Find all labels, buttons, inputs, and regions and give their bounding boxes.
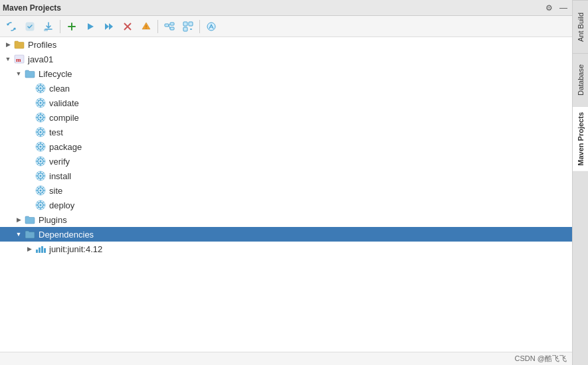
deploy-label: deploy [49,200,74,210]
goal-icon-test [35,126,47,138]
goal-icon-validate [35,97,47,109]
hide-panel-btn[interactable]: — [557,2,569,14]
svg-rect-17 [183,27,187,31]
tab-database[interactable]: Database [573,53,588,106]
validate-label: validate [49,98,79,108]
tree-item-compile[interactable]: ▶ compile [0,110,572,125]
goal-icon-clean [35,82,47,94]
tree-item-install[interactable]: ▶ install [0,169,572,183]
svg-rect-16 [189,22,193,26]
add-btn[interactable] [63,18,80,35]
svg-rect-14 [170,27,174,30]
dependencies-label: Dependencies [39,230,94,240]
goal-icon-site [35,184,47,196]
project-tree[interactable]: ▶ Profiles ▼ m java01 ▼ [0,37,572,352]
svg-rect-12 [165,24,169,27]
java01-label: java01 [28,54,53,64]
svg-rect-125 [44,248,46,253]
svg-marker-6 [109,23,113,30]
watermark: CSDN @酷飞飞 [515,354,567,364]
tree-item-verify[interactable]: ▶ verify [0,154,572,169]
svg-point-113 [40,204,42,206]
expander-java01[interactable]: ▼ [3,52,13,66]
svg-rect-1 [44,29,48,31]
goal-icon-package [35,141,47,153]
show-deps-btn[interactable] [161,18,178,35]
dependency-icon-junit [35,243,47,255]
svg-rect-122 [36,250,38,253]
goal-icon-verify [35,155,47,167]
goal-icon-deploy [35,199,47,211]
svg-point-11 [146,27,147,29]
sep2 [157,20,158,33]
tree-item-junit[interactable]: ▶ junit:junit:4.12 [0,242,572,256]
tree-item-deploy[interactable]: ▶ deploy [0,198,572,212]
site-label: site [49,186,62,196]
maven-projects-tab-label: Maven Projects [577,112,585,166]
svg-rect-123 [39,248,41,253]
sep3 [199,20,200,33]
expander-lifecycle[interactable]: ▼ [13,66,24,81]
tree-item-dependencies[interactable]: ▼ Dependencies [0,227,572,242]
reimport-btn[interactable] [3,18,20,35]
maven-project-icon: m [13,53,25,65]
expander-plugins[interactable]: ▶ [13,212,24,227]
ant-build-tab-label: Ant Build [577,12,585,41]
tab-ant-build[interactable]: Ant Build [573,0,588,53]
profiles-label: Profiles [28,40,56,50]
database-tab-label: Database [577,64,585,96]
clean-label: clean [49,84,70,94]
svg-point-80 [40,161,42,163]
title-bar: Maven Projects ⚙ — [0,0,572,16]
tree-item-validate[interactable]: ▶ validate [0,96,572,110]
tree-item-clean[interactable]: ▶ clean [0,81,572,96]
expander-profiles[interactable]: ▶ [3,37,13,52]
offline-btn[interactable] [138,18,155,35]
tab-maven-projects[interactable]: Maven Projects [573,106,588,171]
svg-rect-124 [41,246,43,253]
tree-item-package[interactable]: ▶ package [0,139,572,154]
test-label: test [49,127,63,137]
junit-label: junit:junit:4.12 [49,244,102,254]
folder-icon-profiles [13,38,25,50]
sep1 [60,20,60,33]
title-bar-left: Maven Projects [3,3,61,13]
package-label: package [49,142,82,152]
expander-junit[interactable]: ▶ [24,242,35,256]
svg-rect-13 [170,23,174,25]
tree-item-lifecycle[interactable]: ▼ Lifecycle [0,66,572,81]
lifecycle-label: Lifecycle [39,69,72,79]
tree-item-java01[interactable]: ▼ m java01 [0,52,572,66]
execute-maven-btn[interactable] [203,18,220,35]
settings-icon-btn[interactable]: ⚙ [543,2,555,14]
svg-text:m: m [16,56,21,63]
generate-sources-btn[interactable] [21,18,39,35]
run-btn[interactable] [82,18,99,35]
skip-tests-btn[interactable] [119,18,136,35]
run-multiple-btn[interactable] [100,18,118,35]
svg-point-91 [40,175,42,177]
download-btn[interactable] [40,18,57,35]
tree-item-plugins[interactable]: ▶ Plugins [0,212,572,227]
tree-item-profiles[interactable]: ▶ Profiles [0,37,572,52]
svg-point-58 [40,131,42,133]
verify-label: verify [49,157,70,167]
title-bar-right: ⚙ — [543,2,569,14]
expander-dependencies[interactable]: ▼ [13,227,24,242]
svg-rect-15 [183,22,187,26]
toolbar [0,16,572,37]
svg-marker-5 [105,23,109,30]
dependencies-folder-icon [24,228,36,240]
goal-icon-install [35,170,47,182]
right-panel-tabs: Ant Build Database Maven Projects [572,0,588,365]
compile-label: compile [49,113,79,123]
svg-point-19 [207,23,215,31]
svg-point-36 [40,102,42,104]
collapse-all-btn[interactable] [179,18,197,35]
svg-point-47 [40,117,42,119]
tree-item-site[interactable]: ▶ site [0,183,572,198]
lifecycle-icon [24,68,36,80]
svg-marker-4 [88,23,94,30]
svg-point-69 [40,146,42,148]
tree-item-test[interactable]: ▶ test [0,125,572,139]
